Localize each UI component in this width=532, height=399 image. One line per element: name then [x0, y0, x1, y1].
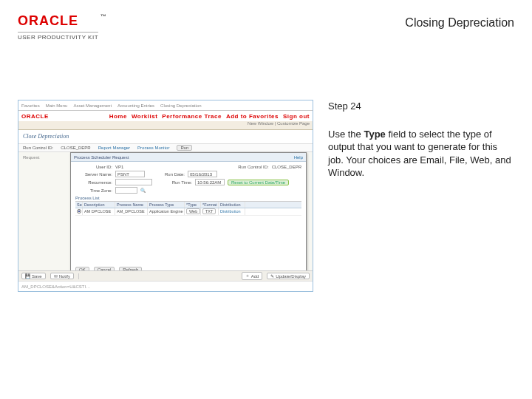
notify-button[interactable]: ✉Notify [50, 273, 74, 279]
time-zone-label: Time Zone: [75, 188, 112, 193]
server-name-select[interactable]: PSNT [115, 171, 145, 177]
logo-block: ORACLE USER PRODUCTIVITY KIT [18, 13, 98, 41]
recurrence-select[interactable] [115, 179, 152, 185]
format-select[interactable]: TXT [202, 208, 216, 214]
app-toolbar: 💾Save ✉Notify ＋Add ✎Update/Display [18, 270, 313, 281]
process-monitor-link[interactable]: Process Monitor [137, 146, 169, 150]
process-scheduler-modal: Process Scheduler Request Help User ID: … [70, 152, 307, 276]
app-page-title: Close Depreciation [18, 130, 313, 143]
step-label: Step 24 [328, 100, 513, 113]
time-zone-input[interactable] [115, 187, 137, 194]
process-list-label: Process List [75, 196, 301, 200]
help-link[interactable]: Help [294, 155, 303, 160]
lookup-icon[interactable]: 🔍 [140, 188, 146, 193]
process-list-table: Select Description Process Name Process … [75, 201, 301, 216]
run-time-label: Run Time: [163, 180, 192, 185]
modal-title: Process Scheduler Request [74, 155, 129, 160]
run-control-label: Run Control ID: [23, 146, 53, 150]
run-date-input[interactable]: 05/16/2013 [188, 171, 217, 177]
breadcrumb-item[interactable]: Closing Depreciation [160, 103, 201, 108]
nav-link[interactable]: Sign out [283, 113, 310, 120]
app-screenshot: Favorites Main Menu Asset Management Acc… [18, 100, 313, 292]
app-breadcrumb: Favorites Main Menu Asset Management Acc… [18, 100, 313, 111]
request-panel-label: Request [23, 155, 39, 160]
report-manager-link[interactable]: Report Manager [98, 146, 130, 150]
app-subbar: New Window | Customize Page [18, 121, 313, 130]
cell-description: AM DPCLOSE [83, 208, 115, 215]
col-distribution: Distribution [219, 202, 245, 208]
separator [78, 273, 79, 279]
run-control-value: CLOSE_DEPR [61, 146, 90, 150]
cell-process-name: AM_DPCLOSE [115, 208, 148, 215]
user-id-label: User ID: [75, 165, 112, 169]
page-title: Closing Depreciation [405, 16, 514, 30]
breadcrumb-item[interactable]: Accounting Entries [117, 103, 154, 108]
col-process-name: Process Name [115, 202, 148, 208]
run-time-input[interactable]: 10:56:22AM [195, 179, 225, 185]
statusbar-text: AM_DPCLOSE&Action=U&CSTI… [21, 284, 90, 289]
save-button[interactable]: 💾Save [21, 273, 46, 279]
update-display-button[interactable]: ✎Update/Display [267, 273, 310, 279]
breadcrumb-item[interactable]: Main Menu [46, 103, 68, 108]
col-select: Select [75, 202, 83, 208]
run-control-strip: Run Control ID: CLOSE_DEPR Report Manage… [18, 143, 313, 152]
nav-link[interactable]: Worklist [132, 113, 157, 120]
instruction-text: Use the Type field to select the type of… [328, 128, 513, 180]
add-button[interactable]: ＋Add [242, 272, 263, 280]
oracle-logo-small: ORACLE [21, 113, 49, 120]
nav-link[interactable]: Performance Trace [162, 113, 222, 120]
app-statusbar: AM_DPCLOSE&Action=U&CSTI… [18, 281, 313, 291]
breadcrumb-item[interactable]: Favorites [21, 103, 40, 108]
cell-process-type: Application Engine [148, 208, 185, 215]
run-control-id-value: CLOSE_DEPR [272, 165, 301, 169]
run-control-id-label: Run Control ID: [225, 165, 269, 169]
nav-link[interactable]: Home [109, 113, 127, 120]
run-button[interactable]: Run [177, 145, 192, 151]
upk-subtitle: USER PRODUCTIVITY KIT [18, 32, 98, 41]
col-description: Description [83, 202, 115, 208]
distribution-link[interactable]: Distribution [219, 208, 245, 215]
app-brand-bar: ORACLE Home Worklist Performance Trace A… [18, 111, 313, 121]
recurrence-label: Recurrence: [75, 180, 112, 185]
type-select[interactable]: Web [186, 208, 200, 214]
col-type: *Type [185, 202, 201, 208]
col-process-type: Process Type [148, 202, 185, 208]
nav-link[interactable]: Add to Favorites [226, 113, 279, 120]
table-row: AM DPCLOSE AM_DPCLOSE Application Engine… [75, 208, 301, 216]
subbar-links[interactable]: New Window | Customize Page [248, 121, 310, 126]
server-name-label: Server Name: [75, 172, 112, 177]
user-id-value: VP1 [115, 165, 123, 169]
row-select-radio[interactable] [77, 209, 81, 214]
oracle-logo: ORACLE [18, 13, 98, 29]
breadcrumb-item[interactable]: Asset Management [73, 103, 112, 108]
reset-datetime-button[interactable]: Reset to Current Date/Time [228, 180, 289, 185]
col-format: *Format [201, 202, 219, 208]
run-date-label: Run Date: [155, 172, 185, 177]
